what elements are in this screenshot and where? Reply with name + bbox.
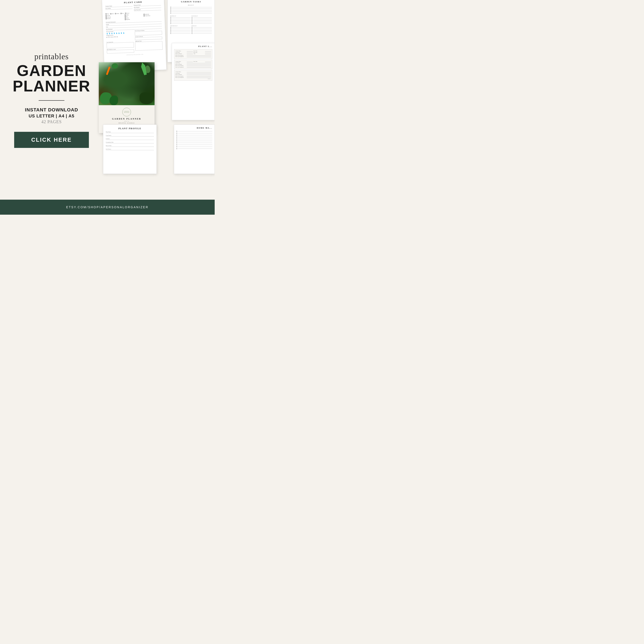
annual-cb: Annual bbox=[107, 15, 110, 16]
plant-card-document: PLANT CARD Common Name Crop Variety Bota… bbox=[102, 0, 167, 72]
right-panel: PLANT CARD Common Name Crop Variety Bota… bbox=[97, 0, 215, 200]
bottom-bar: ETSY.COM/SHOP/APERSONALORGANIZER bbox=[0, 200, 215, 215]
log-harvest-d-1: Harv. Date: bbox=[194, 52, 204, 53]
plant-profile-document: PLANT PROFILE Plant Name Crop Variety Fe… bbox=[103, 125, 157, 174]
purchased-info-label: Purchased Information bbox=[106, 21, 119, 23]
cost-label: Cost bbox=[106, 26, 119, 27]
tea-cb: Tea bbox=[126, 16, 128, 17]
thursday-label: THURSDAY bbox=[170, 25, 191, 26]
cover-document: A PERSONALORGANIZER GARDEN PLANNER made … bbox=[99, 62, 155, 133]
log-transplanted-1: Date Crop Transplanted: bbox=[175, 56, 186, 57]
profile-harvest-date: Harvest Date bbox=[106, 145, 154, 147]
log-planted-1: Date Crop Planted: bbox=[175, 53, 186, 54]
naturaldyes-cb: Natural Dyes bbox=[145, 15, 150, 16]
crop-variety-label: Crop Variety bbox=[105, 8, 118, 9]
botanical-name-label: Botanical Name bbox=[134, 4, 147, 6]
footer-text: ETSY.COM/SHOP/APERSONALORGANIZER bbox=[66, 205, 149, 209]
plant-card-title: PLANT CARD bbox=[105, 0, 161, 5]
plant-cb: Plant bbox=[107, 13, 109, 14]
shrubs-cb: Shrubs bbox=[117, 13, 119, 14]
title-line1: GARDEN bbox=[17, 62, 86, 79]
subtitle-block: INSTANT DOWNLOAD US LETTER | A4 | A5 42 … bbox=[25, 107, 78, 124]
spices-cb: Spices bbox=[126, 17, 129, 18]
perennial-cb: Perennial bbox=[107, 17, 111, 18]
profile-fertilizer: Fertilizer bbox=[106, 138, 154, 140]
common-name-label: Common Name bbox=[105, 5, 118, 7]
herb-cb: Herb bbox=[112, 13, 114, 14]
plant-log-title: PLANT L... bbox=[174, 45, 212, 47]
plant-log-document: PLANT L... Common Name: Harv. Date: Crop… bbox=[172, 43, 215, 120]
pages-line: 42 PAGES bbox=[25, 119, 78, 124]
daily-label: DAILY bbox=[170, 5, 212, 6]
garden-tasks-title: GARDEN TASKS bbox=[170, 1, 212, 3]
left-panel: printables GARDEN PLANNER INSTANT DOWNLO… bbox=[0, 0, 103, 200]
plant-profile-title: PLANT PROFILE bbox=[106, 127, 154, 130]
log-germinated-1: Date Crop Germinated: bbox=[175, 55, 186, 56]
sizes-line: US LETTER | A4 | A5 bbox=[25, 114, 78, 118]
cover-planner-title: GARDEN PLANNER bbox=[112, 118, 141, 120]
profile-plant-name: Plant Name bbox=[106, 131, 154, 133]
main-container: printables GARDEN PLANNER INSTANT DOWNLO… bbox=[0, 0, 215, 215]
flower-cb: Flower bbox=[126, 13, 129, 14]
date-harvested-label: Date Harvested bbox=[134, 9, 147, 11]
home-maintenance-document: HOME MA... bbox=[174, 125, 215, 174]
click-here-button[interactable]: CLICK HERE bbox=[14, 132, 89, 148]
cover-made-by: made by bbox=[124, 121, 129, 122]
vendor-label: Vendor bbox=[106, 24, 119, 25]
log-harvest-1: Harv. Date: bbox=[194, 50, 204, 52]
divider bbox=[39, 100, 64, 101]
log-common-name-1: Common Name: bbox=[175, 50, 186, 52]
script-title: printables bbox=[34, 52, 69, 61]
friday-label: FRIDAY bbox=[191, 25, 212, 26]
profile-germination-date: Germination Date bbox=[106, 142, 154, 143]
qty-label: Qty Purchased bbox=[106, 28, 119, 30]
log-add-1: Add... bbox=[194, 53, 204, 54]
monday-label: MONDAY bbox=[170, 15, 191, 17]
home-ma-title: HOME MA... bbox=[176, 127, 212, 129]
profile-seed-source: Seed Source bbox=[106, 149, 154, 150]
tree-cb: Tree bbox=[122, 13, 124, 14]
main-title: GARDEN PLANNER bbox=[13, 63, 90, 94]
edible-cb: Edible bbox=[126, 14, 129, 15]
instant-download: INSTANT DOWNLOAD bbox=[25, 107, 78, 113]
repellent-cb: Repellent bbox=[126, 19, 130, 20]
biennial-cb: Biennial bbox=[107, 18, 110, 19]
cover-author: HELENA ALKHAS bbox=[118, 122, 135, 124]
log-website: APERSON... bbox=[175, 79, 211, 79]
date-planted-label: Date Planted bbox=[134, 7, 147, 8]
title-line2: PLANNER bbox=[13, 77, 90, 95]
medicinal-cb: Medicinal bbox=[145, 14, 149, 15]
profile-crop-variety: Crop Variety bbox=[106, 135, 154, 137]
log-crop-1: Crop Variety: bbox=[175, 52, 186, 53]
tuesday-label: TUESDAY bbox=[191, 15, 212, 17]
cover-logo: A PERSONALORGANIZER bbox=[122, 108, 131, 116]
